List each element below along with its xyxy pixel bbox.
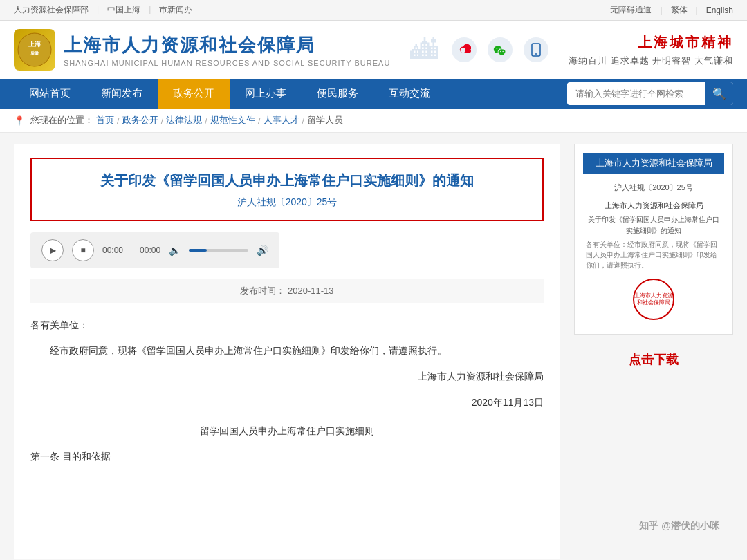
divider-3: | (660, 6, 662, 15)
svg-point-4 (535, 53, 537, 55)
city-spirit-sub: 海纳百川 追求卓越 开明睿智 大气谦和 (569, 55, 733, 67)
top-link-news[interactable]: 市新闻办 (159, 4, 192, 16)
top-link-shanghai[interactable]: 中国上海 (107, 4, 140, 16)
nav-item-interact[interactable]: 互动交流 (374, 79, 445, 109)
audio-player: ▶ ■ 00:00 00:00 🔈 🔊 (30, 232, 279, 268)
breadcrumb-law[interactable]: 法律法规 (166, 114, 202, 127)
volume-max-icon[interactable]: 🔊 (257, 245, 268, 256)
publish-bar: 发布时间： 2020-11-13 (30, 279, 544, 303)
volume-icon[interactable]: 🔈 (169, 245, 181, 256)
org-name-en: SHANGHAI MUNICIPAL HUMAN RESOURCES AND S… (64, 59, 390, 67)
nav-item-home[interactable]: 网站首页 (14, 79, 86, 109)
social-icons (452, 37, 548, 62)
nav-item-gov-open[interactable]: 政务公开 (158, 79, 230, 109)
header-logo: 上海 盾徽 上海市人力资源和社会保障局 SHANGHAI MUNICIPAL H… (14, 29, 390, 71)
audio-progress-fill (189, 249, 207, 252)
sep-2: / (161, 115, 164, 126)
article-greeting: 各有关单位： (30, 317, 544, 334)
nav-item-news[interactable]: 新闻发布 (86, 79, 158, 109)
nav-search: 🔍 (567, 82, 733, 105)
header-center: 🏙 (410, 35, 548, 66)
mobile-icon[interactable] (524, 37, 548, 62)
search-button[interactable]: 🔍 (706, 82, 733, 105)
publish-date: 2020-11-13 (288, 286, 334, 296)
sidebar-doc-body-preview: 各有关单位：经市政府同意，现将《留学回国人员申办上海常住户口实施细则》印发给你们… (586, 239, 721, 270)
article-body: 各有关单位： 经市政府同意，现将《留学回国人员申办上海常住户口实施细则》印发给你… (30, 317, 544, 465)
breadcrumb-prefix: 您现在的位置： (30, 114, 93, 127)
top-link-accessibility[interactable]: 无障碍通道 (610, 4, 652, 16)
location-icon: 📍 (14, 115, 25, 126)
sep-5: / (302, 115, 305, 126)
top-bar-left: 人力资源社会保障部 | 中国上海 | 市新闻办 (14, 4, 192, 16)
play-button[interactable]: ▶ (42, 239, 64, 261)
article-issuer: 上海市人力资源和社会保障局 (30, 368, 544, 385)
breadcrumb-talent[interactable]: 人事人才 (264, 114, 299, 127)
sidebar-doc-number: 沪人社规〔2020〕25号 (583, 179, 724, 197)
header-right: 上海城市精神 海纳百川 追求卓越 开明睿智 大气谦和 (569, 33, 733, 67)
search-input[interactable] (567, 84, 706, 103)
top-link-traditional[interactable]: 繁体 (671, 4, 688, 16)
doc-number: 沪人社规〔2020〕25号 (46, 196, 528, 209)
breadcrumb-current: 留学人员 (307, 114, 343, 127)
breadcrumb-normative[interactable]: 规范性文件 (210, 114, 255, 127)
article-one: 第一条 目的和依据 (30, 448, 544, 465)
article-issue-date: 2020年11月13日 (30, 394, 544, 411)
top-link-hrss[interactable]: 人力资源社会保障部 (14, 4, 89, 16)
audio-progress-bar[interactable] (189, 249, 248, 252)
header-title: 上海市人力资源和社会保障局 SHANGHAI MUNICIPAL HUMAN R… (64, 33, 390, 67)
svg-point-0 (18, 33, 51, 66)
breadcrumb-gov[interactable]: 政务公开 (122, 114, 158, 127)
svg-text:上海: 上海 (28, 41, 42, 48)
divider-4: | (696, 6, 698, 15)
audio-time-start: 00:00 (102, 245, 123, 255)
svg-text:盾徽: 盾徽 (30, 50, 39, 55)
nav: 网站首页 新闻发布 政务公开 网上办事 便民服务 互动交流 🔍 (0, 79, 747, 109)
nav-item-citizen[interactable]: 便民服务 (302, 79, 374, 109)
logo-badge: 上海 盾徽 (14, 29, 55, 71)
divider-1: | (97, 4, 99, 16)
breadcrumb: 📍 您现在的位置： 首页 / 政务公开 / 法律法规 / 规范性文件 / 人事人… (0, 109, 747, 133)
header: 上海 盾徽 上海市人力资源和社会保障局 SHANGHAI MUNICIPAL H… (0, 21, 747, 79)
weibo-icon[interactable] (452, 37, 477, 62)
breadcrumb-home[interactable]: 首页 (96, 114, 114, 127)
city-spirit-title: 上海城市精神 (569, 33, 733, 52)
top-bar: 人力资源社会保障部 | 中国上海 | 市新闻办 无障碍通道 | 繁体 | Eng… (0, 0, 747, 21)
stop-button[interactable]: ■ (72, 239, 94, 261)
top-link-english[interactable]: English (706, 6, 733, 15)
article-body-text: 经市政府同意，现将《留学回国人员申办上海常住户口实施细则》印发给你们，请遵照执行… (30, 342, 544, 360)
wechat-icon[interactable] (488, 37, 513, 62)
main-wrapper: 关于印发《留学回国人员申办上海常住户口实施细则》的通知 沪人社规〔2020〕25… (0, 133, 747, 560)
top-bar-right: 无障碍通道 | 繁体 | English (610, 4, 733, 16)
article-title-box: 关于印发《留学回国人员申办上海常住户口实施细则》的通知 沪人社规〔2020〕25… (30, 158, 544, 221)
sidebar-document-preview: 上海市人力资源和社会保障局 沪人社规〔2020〕25号 上海市人力资源和社会保障… (574, 144, 733, 335)
sep-1: / (117, 115, 120, 126)
header-building-image: 🏙 (410, 35, 438, 66)
sidebar-doc-header: 上海市人力资源和社会保障局 (583, 153, 724, 174)
publish-label: 发布时间： (240, 286, 285, 296)
doc-subtitle: 留学回国人员申办上海常住户口实施细则 (30, 422, 544, 440)
sidebar: 上海市人力资源和社会保障局 沪人社规〔2020〕25号 上海市人力资源和社会保障… (574, 144, 733, 368)
sep-3: / (205, 115, 208, 126)
official-seal: 上海市人力资源和社会保障局 (633, 279, 674, 320)
nav-item-online[interactable]: 网上办事 (230, 79, 302, 109)
sidebar-doc-title: 上海市人力资源和社会保障局 关于印发《留学回国人员申办上海常住户口实施细则》的通… (583, 197, 724, 274)
divider-2: | (149, 4, 151, 16)
download-link[interactable]: 点击下载 (574, 351, 733, 368)
sep-4: / (258, 115, 261, 126)
org-name-cn: 上海市人力资源和社会保障局 (64, 33, 390, 57)
article-title: 关于印发《留学回国人员申办上海常住户口实施细则》的通知 (46, 170, 528, 191)
audio-time-end: 00:00 (140, 245, 160, 255)
content-area: 关于印发《留学回国人员申办上海常住户口实施细则》的通知 沪人社规〔2020〕25… (14, 144, 560, 559)
